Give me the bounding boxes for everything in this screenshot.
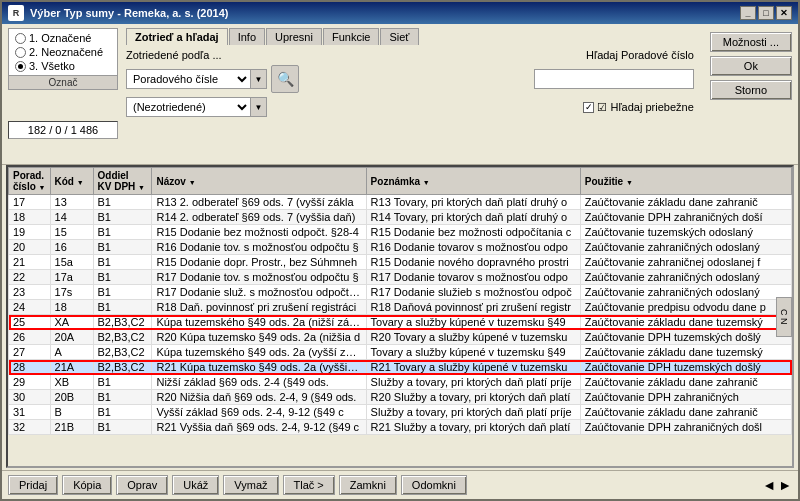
col-header-kod[interactable]: Kód ▼	[50, 168, 93, 195]
col-header-pouzitie[interactable]: Použitie ▼	[580, 168, 791, 195]
hladaj-priebezne-row[interactable]: ✓ ☑ Hľadaj priebežne	[583, 101, 693, 114]
zamkni-btn[interactable]: Zamkni	[339, 475, 397, 495]
radio-vsetko-row[interactable]: 3. Všetko	[15, 60, 111, 72]
table-row[interactable]: 1814B1R14 2. odberateľ §69 ods. 7 (vyšši…	[9, 210, 792, 225]
radio-oznacene[interactable]	[15, 33, 26, 44]
moznosti-btn[interactable]: Možnosti ...	[710, 32, 792, 52]
hladaj-input[interactable]	[534, 69, 694, 89]
table-cell: 29	[9, 375, 51, 390]
col-header-oddiel[interactable]: OddielKV DPH ▼	[93, 168, 152, 195]
table-cell: 15	[50, 225, 93, 240]
cn-btn[interactable]: C N	[776, 297, 792, 337]
filter-select-container[interactable]: Poradového čísle ▼	[126, 69, 267, 89]
table-cell: 23	[9, 285, 51, 300]
table-row[interactable]: 31BB1Vyšší základ §69 ods. 2-4, 9-12 (§4…	[9, 405, 792, 420]
table-cell: 20A	[50, 330, 93, 345]
radio-oznacene-label: 1. Označené	[29, 32, 91, 44]
table-row[interactable]: 27AB2,B3,C2Kúpa tuzemského §49 ods. 2a (…	[9, 345, 792, 360]
scroll-right-btn[interactable]: ►	[778, 477, 792, 493]
hladaj-priebezne-checkbox[interactable]: ✓	[583, 102, 594, 113]
table-cell: B1	[93, 210, 152, 225]
scroll-left-btn[interactable]: ◄	[762, 477, 776, 493]
radio-neoznacene-row[interactable]: 2. Neoznačené	[15, 46, 111, 58]
table-cell: R20 Nižšia daň §69 ods. 2-4, 9 (§49 ods.	[152, 390, 366, 405]
col-header-nazov[interactable]: Názov ▼	[152, 168, 366, 195]
table-cell: R18 Daň. povinnosť pri zrušení registrác…	[152, 300, 366, 315]
table-cell: Zaúčtovanie DPH tuzemských došlý	[580, 360, 791, 375]
filter-select[interactable]: Poradového čísle	[126, 69, 251, 89]
table-cell: 28	[9, 360, 51, 375]
table-cell: 14	[50, 210, 93, 225]
tab-funkcie[interactable]: Funkcie	[323, 28, 380, 45]
maximize-btn[interactable]: □	[758, 6, 774, 20]
table-cell: B1	[93, 420, 152, 435]
nezotriedene-select[interactable]: (Nezotriedené)	[126, 97, 251, 117]
table-cell: R21 Služby a tovary, pri ktorých daň pla…	[366, 420, 580, 435]
filter-dropdown-arrow[interactable]: ▼	[251, 69, 267, 89]
data-table: Porad.číslo ▼ Kód ▼ OddielKV DPH ▼ Názov…	[8, 167, 792, 435]
table-cell: Tovary a služby kúpené v tuzemsku §49	[366, 345, 580, 360]
radio-oznacene-row[interactable]: 1. Označené	[15, 32, 111, 44]
table-row[interactable]: 2217aB1R17 Dodanie tov. s možnosťou odpo…	[9, 270, 792, 285]
oznac-box: 1. Označené 2. Neoznačené 3. Všetko	[8, 28, 118, 76]
table-cell: R20 Kúpa tuzemsko §49 ods. 2a (nižšia d	[152, 330, 366, 345]
oprav-btn[interactable]: Oprav	[116, 475, 168, 495]
ok-btn[interactable]: Ok	[710, 56, 792, 76]
col-header-poznamka[interactable]: Poznámka ▼	[366, 168, 580, 195]
nezotriedene-arrow[interactable]: ▼	[251, 97, 267, 117]
table-row[interactable]: 3020BB1R20 Nižšia daň §69 ods. 2-4, 9 (§…	[9, 390, 792, 405]
count-box: 182 / 0 / 1 486	[8, 121, 118, 139]
pridaj-btn[interactable]: Pridaj	[8, 475, 58, 495]
table-cell: Zaúčtovanie základu dane zahranič	[580, 195, 791, 210]
table-cell: 27	[9, 345, 51, 360]
col-header-porad[interactable]: Porad.číslo ▼	[9, 168, 51, 195]
table-cell: 24	[9, 300, 51, 315]
odomkni-btn[interactable]: Odomkni	[401, 475, 467, 495]
radio-neoznacene[interactable]	[15, 47, 26, 58]
table-cell: B2,B3,C2	[93, 315, 152, 330]
table-cell: B1	[93, 255, 152, 270]
main-content: 1. Označené 2. Neoznačené 3. Všetko	[2, 24, 798, 499]
vymaz-btn[interactable]: Vymaž	[223, 475, 278, 495]
table-row[interactable]: 2016B1R16 Dodanie tov. s možnosťou odpoč…	[9, 240, 792, 255]
table-cell: Zaúčtovanie zahraničnej odoslanej f	[580, 255, 791, 270]
tab-zotrieden[interactable]: Zotrieď a hľadaj	[126, 28, 228, 45]
table-row[interactable]: 1915B1R15 Dodanie bez možnosti odpočt. §…	[9, 225, 792, 240]
close-btn[interactable]: ✕	[776, 6, 792, 20]
oznac-label[interactable]: Označ	[8, 76, 118, 90]
table-row[interactable]: 2418B1R18 Daň. povinnosť pri zrušení reg…	[9, 300, 792, 315]
window-title: Výber Typ sumy - Remeka, a. s. (2014)	[30, 7, 229, 19]
table-row[interactable]: 29XBB1Nižší základ §69 ods. 2-4 (§49 ods…	[9, 375, 792, 390]
radio-vsetko[interactable]	[15, 61, 26, 72]
table-row[interactable]: 25XAB2,B3,C2Kúpa tuzemského §49 ods. 2a …	[9, 315, 792, 330]
table-row[interactable]: 2620AB2,B3,C2R20 Kúpa tuzemsko §49 ods. …	[9, 330, 792, 345]
table-row[interactable]: 1713B1R13 2. odberateľ §69 ods. 7 (vyšší…	[9, 195, 792, 210]
table-cell: Zaúčtovanie tuzemských odoslaný	[580, 225, 791, 240]
table-cell: 16	[50, 240, 93, 255]
table-cell: B1	[93, 225, 152, 240]
search-magnifier-btn[interactable]: 🔍	[271, 65, 299, 93]
minimize-btn[interactable]: _	[740, 6, 756, 20]
table-cell: R15 Dodanie nového dopravného prostri	[366, 255, 580, 270]
table-cell: 19	[9, 225, 51, 240]
table-cell: R17 Dodanie služieb s možnosťou odpoč	[366, 285, 580, 300]
tab-upresni[interactable]: Upresni	[266, 28, 322, 45]
nezotriedene-container[interactable]: (Nezotriedené) ▼	[126, 97, 267, 117]
table-cell: Zaúčtovanie základu dane zahranič	[580, 405, 791, 420]
tab-siet[interactable]: Sieť	[380, 28, 418, 45]
table-cell: R16 Dodanie tovarov s možnosťou odpo	[366, 240, 580, 255]
table-row[interactable]: 2115aB1R15 Dodanie dopr. Prostr., bez Sú…	[9, 255, 792, 270]
table-container: C N Porad.číslo ▼ Kód ▼ OddielKV DPH ▼ N…	[6, 165, 794, 468]
tab-info[interactable]: Info	[229, 28, 265, 45]
storno-btn[interactable]: Storno	[710, 80, 792, 100]
table-cell: 17	[9, 195, 51, 210]
table-row[interactable]: 2317sB1R17 Dodanie služ. s možnosťou odp…	[9, 285, 792, 300]
table-row[interactable]: 3221BB1R21 Vyššia daň §69 ods. 2-4, 9-12…	[9, 420, 792, 435]
tlac-btn[interactable]: Tlač >	[283, 475, 335, 495]
table-cell: Tovary a služby kúpené v tuzemsku §49	[366, 315, 580, 330]
table-cell: B1	[93, 270, 152, 285]
table-row[interactable]: 2821AB2,B3,C2R21 Kúpa tuzemsko §49 ods. …	[9, 360, 792, 375]
ukaz-btn[interactable]: Ukáž	[172, 475, 219, 495]
kopia-btn[interactable]: Kópia	[62, 475, 112, 495]
table-cell: B2,B3,C2	[93, 360, 152, 375]
